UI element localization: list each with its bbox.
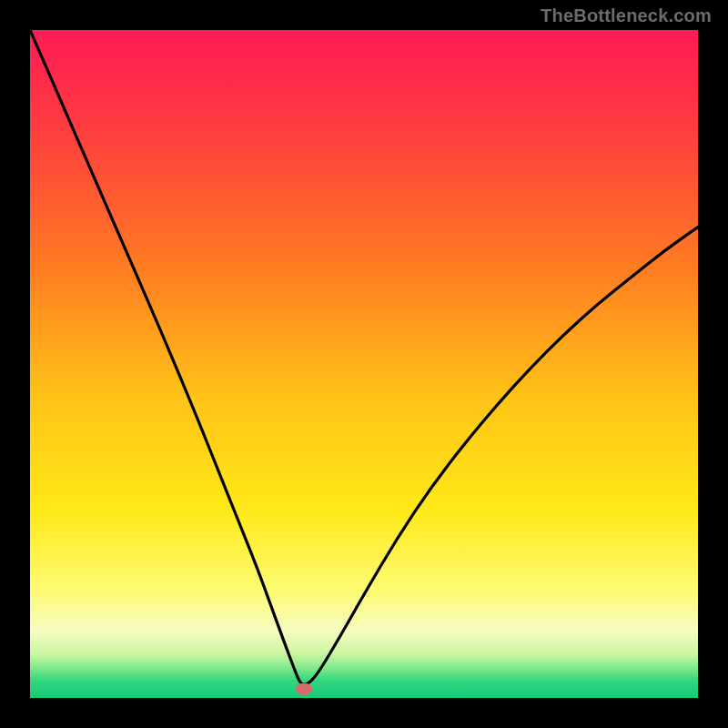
- plot-area: [30, 30, 698, 698]
- watermark-text: TheBottleneck.com: [541, 5, 712, 26]
- gradient-background: [30, 30, 698, 698]
- optimum-marker: [296, 683, 312, 694]
- bottleneck-chart: [30, 30, 698, 698]
- chart-page: TheBottleneck.com: [0, 0, 728, 728]
